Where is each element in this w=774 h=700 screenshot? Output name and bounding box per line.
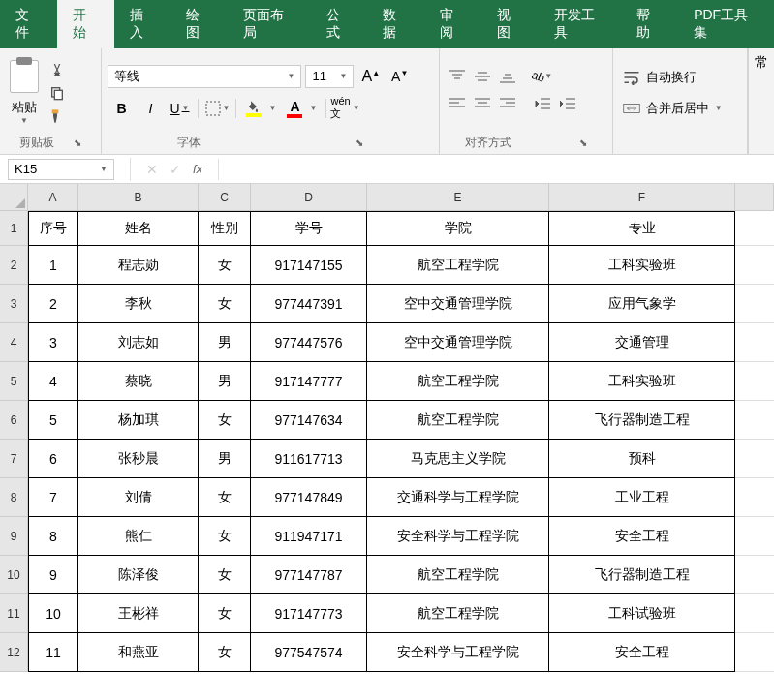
cell-1-B[interactable]: 姓名 <box>78 211 199 246</box>
cell-5-D[interactable]: 917147777 <box>251 362 367 401</box>
cell-9-B[interactable]: 熊仁 <box>78 517 199 556</box>
align-right-button[interactable] <box>496 93 519 114</box>
cell-1-C[interactable]: 性别 <box>199 211 251 246</box>
cell-5-E[interactable]: 航空工程学院 <box>367 362 549 401</box>
tab-8[interactable]: 视图 <box>481 0 539 48</box>
row-header-5[interactable]: 5 <box>0 362 28 401</box>
col-header-C[interactable]: C <box>199 184 251 211</box>
cell-2-C[interactable]: 女 <box>199 246 251 285</box>
cell-12-F[interactable]: 安全工程 <box>549 633 735 672</box>
cell-12-A[interactable]: 11 <box>28 633 78 672</box>
decrease-font-icon[interactable]: A▼ <box>387 69 412 84</box>
cell-1-A[interactable]: 序号 <box>28 211 78 246</box>
align-bottom-button[interactable] <box>496 66 519 87</box>
row-header-11[interactable]: 11 <box>0 594 28 633</box>
cell-9-F[interactable]: 安全工程 <box>549 517 735 556</box>
row-header-3[interactable]: 3 <box>0 285 28 323</box>
col-header-E[interactable]: E <box>367 184 549 211</box>
cell-8-E[interactable]: 交通科学与工程学院 <box>367 478 549 517</box>
align-center-button[interactable] <box>471 93 494 114</box>
orientation-button[interactable]: ab▼ <box>531 66 554 87</box>
cell-4-F[interactable]: 交通管理 <box>549 323 735 362</box>
row-header-4[interactable]: 4 <box>0 323 28 362</box>
cell-10-E[interactable]: 航空工程学院 <box>367 556 549 594</box>
cell-8-B[interactable]: 刘倩 <box>78 478 199 517</box>
cell-7-B[interactable]: 张秒晨 <box>78 440 199 478</box>
cell-4-B[interactable]: 刘志如 <box>78 323 199 362</box>
cell-2-F[interactable]: 工科实验班 <box>549 246 735 285</box>
cell-8-F[interactable]: 工业工程 <box>549 478 735 517</box>
tab-3[interactable]: 绘图 <box>170 0 228 48</box>
tab-7[interactable]: 审阅 <box>424 0 481 48</box>
fx-icon[interactable]: fx <box>193 162 202 177</box>
col-header-D[interactable]: D <box>251 184 367 211</box>
paste-button[interactable]: 粘贴 ▼ <box>6 56 43 129</box>
align-left-button[interactable] <box>446 93 469 114</box>
cell-2-A[interactable]: 1 <box>28 246 78 285</box>
copy-icon[interactable] <box>48 85 66 101</box>
cell-3-B[interactable]: 李秋 <box>78 285 199 323</box>
cell-12-B[interactable]: 和燕亚 <box>78 633 199 672</box>
cell-6-C[interactable]: 女 <box>199 401 251 440</box>
cell-6-D[interactable]: 977147634 <box>251 401 367 440</box>
italic-button[interactable]: I <box>137 96 164 121</box>
increase-font-icon[interactable]: A▲ <box>357 68 384 85</box>
cell-4-D[interactable]: 977447576 <box>251 323 367 362</box>
cell-2-D[interactable]: 917147155 <box>251 246 367 285</box>
cell-8-C[interactable]: 女 <box>199 478 251 517</box>
tab-11[interactable]: PDF工具集 <box>678 0 774 48</box>
cell-11-F[interactable]: 工科试验班 <box>549 594 735 633</box>
cell-11-B[interactable]: 王彬祥 <box>78 594 199 633</box>
cell-5-A[interactable]: 4 <box>28 362 78 401</box>
wrap-text-button[interactable]: 自动换行 <box>619 65 700 90</box>
dialog-launcher-icon[interactable]: ⬊ <box>356 137 363 148</box>
fill-color-button[interactable]: ▼ <box>241 96 266 121</box>
cell-8-D[interactable]: 977147849 <box>251 478 367 517</box>
cell-7-D[interactable]: 911617713 <box>251 440 367 478</box>
cell-12-D[interactable]: 977547574 <box>251 633 367 672</box>
cell-12-E[interactable]: 安全科学与工程学院 <box>367 633 549 672</box>
decrease-indent-button[interactable] <box>531 93 554 114</box>
font-color-button[interactable]: A▼ <box>282 96 307 121</box>
cell-7-A[interactable]: 6 <box>28 440 78 478</box>
row-header-12[interactable]: 12 <box>0 633 28 672</box>
col-header-B[interactable]: B <box>78 184 199 211</box>
cell-5-C[interactable]: 男 <box>199 362 251 401</box>
cut-icon[interactable] <box>48 62 66 77</box>
cell-1-D[interactable]: 学号 <box>251 211 367 246</box>
formula-input[interactable] <box>218 159 774 180</box>
cell-4-A[interactable]: 3 <box>28 323 78 362</box>
cell-3-F[interactable]: 应用气象学 <box>549 285 735 323</box>
cell-7-E[interactable]: 马克思主义学院 <box>367 440 549 478</box>
cell-10-D[interactable]: 977147787 <box>251 556 367 594</box>
cell-5-B[interactable]: 蔡晓 <box>78 362 199 401</box>
align-top-button[interactable] <box>446 66 469 87</box>
tab-5[interactable]: 公式 <box>311 0 368 48</box>
name-box[interactable]: K15▼ <box>8 159 114 180</box>
tab-6[interactable]: 数据 <box>367 0 424 48</box>
select-all-corner[interactable] <box>0 184 28 211</box>
cell-6-F[interactable]: 飞行器制造工程 <box>549 401 735 440</box>
dialog-launcher-icon[interactable]: ⬊ <box>74 137 81 148</box>
cell-8-A[interactable]: 7 <box>28 478 78 517</box>
merge-center-button[interactable]: 合并后居中 ▼ <box>619 96 727 121</box>
grid[interactable]: 序号姓名性别学号学院专业1程志勋女917147155航空工程学院工科实验班2李秋… <box>28 211 774 672</box>
cell-10-A[interactable]: 9 <box>28 556 78 594</box>
col-header-F[interactable]: F <box>549 184 735 211</box>
tab-2[interactable]: 插入 <box>114 0 171 48</box>
cell-5-F[interactable]: 工科实验班 <box>549 362 735 401</box>
tab-0[interactable]: 文件 <box>0 0 57 48</box>
cell-11-C[interactable]: 女 <box>199 594 251 633</box>
tab-1[interactable]: 开始 <box>57 0 114 48</box>
row-header-8[interactable]: 8 <box>0 478 28 517</box>
cell-4-C[interactable]: 男 <box>199 323 251 362</box>
cell-9-A[interactable]: 8 <box>28 517 78 556</box>
font-size-select[interactable]: 11▼ <box>305 65 354 88</box>
cell-11-A[interactable]: 10 <box>28 594 78 633</box>
cancel-icon[interactable]: ✕ <box>146 162 158 177</box>
cell-10-B[interactable]: 陈泽俊 <box>78 556 199 594</box>
cell-7-F[interactable]: 预科 <box>549 440 735 478</box>
cell-11-E[interactable]: 航空工程学院 <box>367 594 549 633</box>
col-header-extra[interactable] <box>735 184 774 211</box>
cell-12-C[interactable]: 女 <box>199 633 251 672</box>
